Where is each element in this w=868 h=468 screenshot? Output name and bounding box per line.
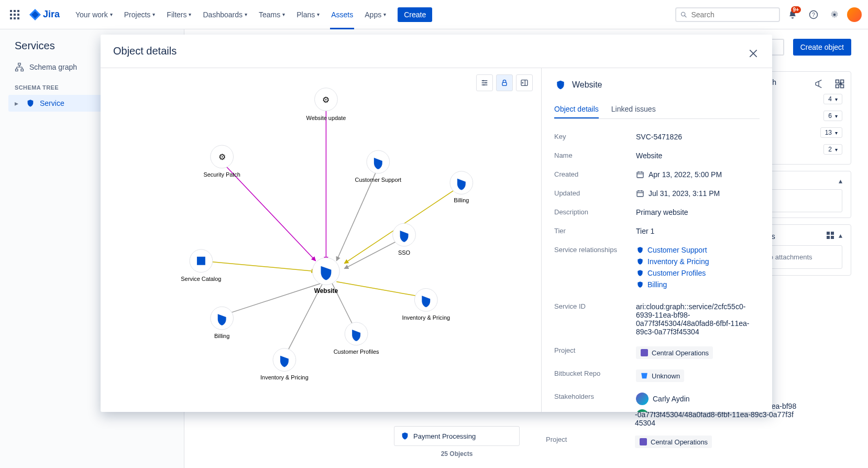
user-avatar[interactable] bbox=[847, 7, 862, 22]
graph-node-security-patch[interactable]: ⚙ Security Patch bbox=[203, 145, 240, 178]
bg-list-item-payment[interactable]: Payment Processing bbox=[394, 426, 520, 446]
chevron-down-icon: ▾ bbox=[282, 12, 285, 17]
svg-rect-30 bbox=[831, 236, 834, 239]
value-stakeholders: Carly Aydin Ayton Rolle Sandeep Varma bbox=[636, 393, 760, 412]
chevron-down-icon: ▾ bbox=[383, 12, 386, 17]
svg-rect-6 bbox=[10, 17, 12, 19]
svg-rect-2 bbox=[17, 10, 19, 12]
graph-lock-button[interactable] bbox=[496, 74, 513, 91]
bitbucket-chip[interactable]: Unknown bbox=[636, 369, 684, 382]
svg-rect-8 bbox=[17, 17, 19, 19]
svg-text:?: ? bbox=[812, 11, 815, 17]
svg-text:⚙: ⚙ bbox=[322, 95, 329, 104]
nav-your-work[interactable]: Your work▾ bbox=[70, 6, 118, 23]
bg-row2-count[interactable]: 6▾ bbox=[823, 111, 842, 121]
svg-text:SSO: SSO bbox=[398, 249, 410, 256]
nav-projects[interactable]: Projects▾ bbox=[119, 6, 161, 23]
label-relationships: Service relationships bbox=[554, 246, 636, 254]
page-action-icons bbox=[812, 77, 847, 91]
feedback-icon[interactable] bbox=[812, 77, 827, 91]
relationship-link[interactable]: Inventory & Pricing bbox=[636, 257, 760, 266]
label-service-id: Service ID bbox=[554, 302, 636, 310]
svg-rect-7 bbox=[14, 17, 16, 19]
graph-node-inventory-bottom[interactable]: Inventory & Pricing bbox=[260, 349, 309, 381]
svg-text:Service Catalog: Service Catalog bbox=[181, 276, 221, 282]
graph-node-website-update[interactable]: ⚙ Website update bbox=[306, 88, 346, 122]
graph-node-customer-support[interactable]: Customer Support bbox=[355, 150, 402, 183]
sliders-icon bbox=[480, 79, 489, 87]
search-input[interactable] bbox=[691, 10, 775, 19]
nav-plans[interactable]: Plans▾ bbox=[291, 6, 325, 23]
project-icon bbox=[640, 349, 649, 357]
modal-title: Object details bbox=[101, 35, 772, 68]
graph-node-service-catalog[interactable]: Service Catalog bbox=[181, 249, 221, 282]
graph-tree-icon bbox=[15, 62, 24, 72]
expand-graph-button[interactable] bbox=[832, 77, 847, 91]
tab-object-details[interactable]: Object details bbox=[554, 101, 599, 118]
relationship-link[interactable]: Billing bbox=[636, 280, 760, 289]
graph-node-billing-left[interactable]: Billing bbox=[211, 307, 234, 339]
graph-node-sso[interactable]: SSO bbox=[393, 223, 416, 256]
relationship-link[interactable]: Customer Support bbox=[636, 246, 760, 254]
stakeholder-person[interactable]: Carly Aydin bbox=[636, 393, 690, 405]
svg-text:Billing: Billing bbox=[454, 197, 469, 203]
settings-button[interactable] bbox=[826, 6, 843, 23]
chevron-down-icon: ▾ bbox=[317, 12, 320, 17]
svg-point-38 bbox=[485, 82, 487, 84]
graph-node-inventory-right[interactable]: Inventory & Pricing bbox=[402, 288, 450, 321]
stakeholder-person[interactable]: Ayton Rolle bbox=[636, 409, 690, 412]
svg-text:Customer Profiles: Customer Profiles bbox=[334, 349, 379, 355]
bg-project-value: Central Operations bbox=[635, 436, 797, 448]
graph-sidebar-toggle[interactable] bbox=[516, 74, 533, 91]
label-name: Name bbox=[554, 151, 636, 159]
bg-row4-count[interactable]: 2▾ bbox=[823, 144, 842, 155]
svg-rect-23 bbox=[836, 80, 839, 83]
bg-row1-count[interactable]: 4▾ bbox=[823, 94, 842, 104]
modal-close-button[interactable] bbox=[745, 45, 762, 62]
graph-node-customer-profiles[interactable]: Customer Profiles bbox=[334, 322, 379, 355]
graph-filter-button[interactable] bbox=[476, 74, 493, 91]
help-button[interactable]: ? bbox=[805, 6, 822, 23]
project-icon bbox=[639, 438, 647, 446]
label-created: Created bbox=[554, 170, 636, 178]
value-name: Website bbox=[636, 151, 760, 160]
shield-icon bbox=[554, 79, 567, 91]
notifications-button[interactable]: 9+ bbox=[784, 6, 801, 23]
nav-assets[interactable]: Assets bbox=[326, 6, 358, 23]
svg-rect-14 bbox=[18, 63, 21, 66]
nav-right: 9+ ? bbox=[675, 6, 862, 23]
svg-text:Website update: Website update bbox=[306, 115, 346, 121]
graph-node-website-center[interactable]: Website bbox=[313, 258, 340, 295]
svg-rect-28 bbox=[831, 232, 834, 235]
global-search[interactable] bbox=[675, 7, 780, 22]
shield-icon bbox=[401, 432, 409, 440]
graph-node-billing-top[interactable]: Billing bbox=[450, 171, 473, 204]
app-switcher-icon[interactable] bbox=[6, 6, 23, 23]
collapse-icon[interactable]: ▴ bbox=[839, 231, 842, 241]
svg-rect-25 bbox=[836, 85, 839, 88]
nav-teams[interactable]: Teams▾ bbox=[254, 6, 290, 23]
relationship-graph[interactable]: ⚙ Website update ⚙ Security Patch Custom… bbox=[101, 68, 541, 412]
nav-dashboards[interactable]: Dashboards▾ bbox=[197, 6, 252, 23]
bg-row3-count[interactable]: 13▾ bbox=[820, 127, 842, 138]
nav-apps[interactable]: Apps▾ bbox=[359, 6, 391, 23]
chevron-down-icon: ▾ bbox=[152, 12, 155, 17]
create-button[interactable]: Create bbox=[398, 7, 432, 22]
project-chip[interactable]: Central Operations bbox=[636, 346, 713, 359]
value-service-id: ari:cloud:graph::service/2cfc55c0-6939-1… bbox=[636, 302, 760, 336]
svg-rect-24 bbox=[841, 80, 844, 83]
graph-pane[interactable]: ⚙ Website update ⚙ Security Patch Custom… bbox=[101, 68, 542, 412]
svg-rect-40 bbox=[502, 82, 507, 85]
grid-view-icon[interactable] bbox=[826, 231, 834, 241]
tab-linked-issues[interactable]: Linked issues bbox=[611, 101, 656, 118]
notif-badge: 9+ bbox=[791, 6, 801, 13]
shield-icon bbox=[636, 246, 644, 254]
svg-line-49 bbox=[222, 282, 326, 316]
svg-rect-0 bbox=[10, 10, 12, 12]
jira-logo[interactable]: Jira bbox=[25, 9, 64, 20]
collapse-icon[interactable]: ▴ bbox=[839, 177, 842, 185]
nav-filters[interactable]: Filters▾ bbox=[161, 6, 196, 23]
create-object-button[interactable]: Create object bbox=[793, 39, 851, 56]
relationship-link[interactable]: Customer Profiles bbox=[636, 269, 760, 277]
svg-rect-4 bbox=[14, 14, 16, 16]
